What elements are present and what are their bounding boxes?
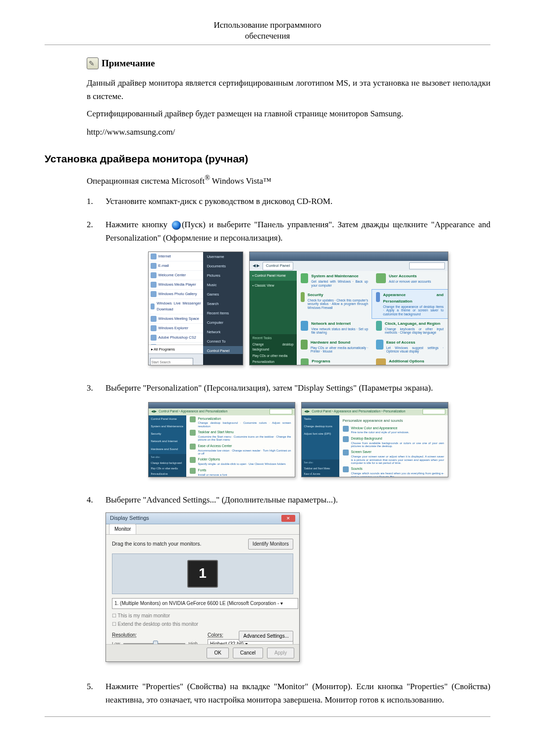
cp-address-bar[interactable]: ◀ ▶ Control Panel xyxy=(250,261,448,271)
apA-left-item[interactable]: System and Maintenance xyxy=(149,423,186,430)
cp-category[interactable]: Additional Options xyxy=(372,356,448,366)
apA-item[interactable]: PersonalizationChange desktop background… xyxy=(186,415,295,429)
apA-search[interactable] xyxy=(269,409,292,414)
ds-chk-extend[interactable]: ☐ Extend the desktop onto this monitor xyxy=(112,620,293,628)
ds-tab-monitor[interactable]: Monitor xyxy=(109,524,136,534)
apB-item[interactable]: Desktop BackgroundChoose from available … xyxy=(339,435,448,449)
screenshot-display-settings: Display Settings ✕ Monitor Drag the icon… xyxy=(106,512,300,662)
start-item[interactable]: Welcome Center xyxy=(149,271,203,280)
cp-recent-item[interactable]: Change desktop background xyxy=(250,342,297,353)
advanced-settings-button[interactable]: Advanced Settings... xyxy=(239,631,293,642)
close-icon[interactable]: ✕ xyxy=(281,515,295,522)
start-right-item[interactable]: Connect To xyxy=(203,337,243,346)
start-right-item[interactable]: Help and Support xyxy=(203,365,243,365)
apB-left-item[interactable]: Tasks xyxy=(302,415,339,423)
os-text-prefix: Операционная система Microsoft xyxy=(87,176,205,186)
start-search-box[interactable] xyxy=(149,353,203,365)
apA-see-item[interactable]: Personalization xyxy=(149,471,186,477)
apB-crumb[interactable]: Control Panel › Appearance and Personali… xyxy=(312,409,405,414)
cp-category[interactable]: System and MaintenanceGet started with W… xyxy=(297,271,373,290)
step-2-text: Нажмите кнопку (Пуск) и выберите "Панель… xyxy=(106,218,490,371)
start-item[interactable]: Adobe Photoshop CS2 xyxy=(149,333,203,343)
cp-category[interactable]: Network and InternetView network status … xyxy=(297,318,373,337)
start-item[interactable]: Internet xyxy=(149,252,203,261)
ds-monitor-selector[interactable]: 1. (Multiple Monitors) on NVIDIA GeForce… xyxy=(112,598,298,609)
apA-item[interactable]: Ease of Access CenterAccommodate low vis… xyxy=(186,443,295,456)
apB-see-item[interactable]: Taskbar and Start Menu xyxy=(302,466,339,471)
apB-search[interactable] xyxy=(423,409,445,414)
os-line: Операционная система Microsoft® Windows … xyxy=(87,172,490,188)
apA-crumb[interactable]: Control Panel › Appearance and Personali… xyxy=(159,409,227,414)
cp-category[interactable]: Hardware and SoundPlay CDs or other medi… xyxy=(297,337,373,356)
apB-left-item[interactable]: Adjust font size (DPI) xyxy=(302,430,339,438)
note-url[interactable]: http://www.samsung.com/ xyxy=(87,125,490,139)
start-right-item[interactable]: Games xyxy=(203,290,243,299)
section-title: Установка драйвера монитора (ручная) xyxy=(45,151,490,167)
start-all-programs[interactable]: ▸ All Programs xyxy=(149,345,203,354)
start-item[interactable]: Windows Photo Gallery xyxy=(149,290,203,299)
apB-item[interactable]: SoundsChange which sounds are heard when… xyxy=(339,465,448,477)
apB-item[interactable]: Window Color and AppearanceFine tune the… xyxy=(339,425,448,435)
cp-recent-item[interactable]: Personalization xyxy=(250,359,297,365)
cancel-button[interactable]: Cancel xyxy=(233,648,263,658)
screenshot-appearance: ◀ ▶ Control Panel › Appearance and Perso… xyxy=(148,402,295,477)
cp-recent-item[interactable]: Play CDs or other media xyxy=(250,353,297,359)
monitor-1-icon[interactable]: 1 xyxy=(187,560,218,588)
apA-item[interactable]: FontsInstall or remove a font xyxy=(186,467,295,477)
ds-drag-text: Drag the icons to match your monitors. xyxy=(112,540,201,548)
step-5-text: Нажмите "Properties" (Свойства) на вклад… xyxy=(106,680,490,706)
ds-chk-main[interactable]: ☐ This is my main monitor xyxy=(112,612,293,620)
cp-left-item[interactable]: • Control Panel Home xyxy=(250,271,297,280)
ds-monitor-area[interactable]: 1 xyxy=(112,554,293,594)
cp-category[interactable]: ProgramsUninstall a program · Change def… xyxy=(297,356,373,366)
header-rule xyxy=(45,45,490,45)
start-item[interactable]: Windows Media Player xyxy=(149,280,203,290)
cp-category[interactable]: Clock, Language, and RegionChange keyboa… xyxy=(372,318,448,337)
apA-see-item[interactable]: Play CDs or other media xyxy=(149,466,186,471)
start-item[interactable]: Windows Explorer xyxy=(149,324,203,333)
cp-category[interactable]: Ease of AccessLet Windows suggest settin… xyxy=(372,337,448,356)
start-search-input[interactable] xyxy=(150,358,194,365)
start-power-bar[interactable] xyxy=(203,354,243,365)
apB-left-item[interactable]: Change desktop icons xyxy=(302,423,339,430)
apA-left-item[interactable]: Network and Internet xyxy=(149,438,186,445)
start-right-item[interactable]: Music xyxy=(203,280,243,290)
cp-breadcrumb[interactable]: Control Panel xyxy=(263,262,293,270)
start-orb-icon xyxy=(172,221,181,230)
step-5: 5. Нажмите "Properties" (Свойства) на вк… xyxy=(87,680,490,706)
start-item[interactable]: Windows Live Messenger Download xyxy=(149,299,203,314)
start-item[interactable]: Windows Meeting Space xyxy=(149,314,203,324)
start-item[interactable]: E-mail xyxy=(149,261,203,271)
apA-see-item[interactable]: Change desktop background xyxy=(149,460,186,466)
step-1-text: Установите компакт-диск с руководством в… xyxy=(106,195,490,208)
start-right-item[interactable]: Username xyxy=(203,252,243,261)
cp-search-box[interactable] xyxy=(409,262,445,269)
ds-titlebar: Display Settings ✕ xyxy=(106,513,299,524)
start-right-item[interactable]: Network xyxy=(203,327,243,337)
start-right-item[interactable]: Documents xyxy=(203,261,243,271)
start-right-item[interactable]: Search xyxy=(203,299,243,308)
step-4-num: 4. xyxy=(87,493,95,670)
apA-left-item[interactable]: Security xyxy=(149,430,186,438)
step-1-num: 1. xyxy=(87,195,95,208)
step-3: 3. Выберите "Personalization" (Персонали… xyxy=(87,381,490,483)
apA-item[interactable]: Folder OptionsSpecify single- or double-… xyxy=(186,456,295,466)
start-right-item[interactable]: Pictures xyxy=(203,271,243,280)
apply-button[interactable]: Apply xyxy=(267,648,294,658)
apB-see-item[interactable]: Ease of Access xyxy=(302,471,339,477)
apA-left-item[interactable]: Hardware and Sound xyxy=(149,446,186,453)
apA-left-item[interactable]: Control Panel Home xyxy=(149,415,186,423)
start-right-item[interactable]: Recent Items xyxy=(203,308,243,318)
identify-monitors-button[interactable]: Identify Monitors xyxy=(248,539,293,550)
cp-left-item[interactable]: • Classic View xyxy=(250,281,297,290)
ok-button[interactable]: OK xyxy=(207,648,228,658)
ds-chk-extend-label: Extend the desktop onto this monitor xyxy=(118,621,198,627)
cp-category[interactable]: SecurityCheck for updates · Check this c… xyxy=(297,290,373,318)
cp-category[interactable]: Appearance and PersonalizationChange the… xyxy=(372,290,448,318)
apB-item[interactable]: Screen SaverChange your screen saver or … xyxy=(339,449,448,465)
start-right-item[interactable]: Computer xyxy=(203,318,243,327)
ds-title-text: Display Settings xyxy=(110,514,149,523)
apA-item[interactable]: Taskbar and Start MenuCustomize the Star… xyxy=(186,429,295,443)
cp-category[interactable]: User AccountsAdd or remove user accounts xyxy=(372,271,448,290)
screenshot-control-panel: ◀ ▶ Control Panel • Control Panel Home• … xyxy=(249,252,448,365)
